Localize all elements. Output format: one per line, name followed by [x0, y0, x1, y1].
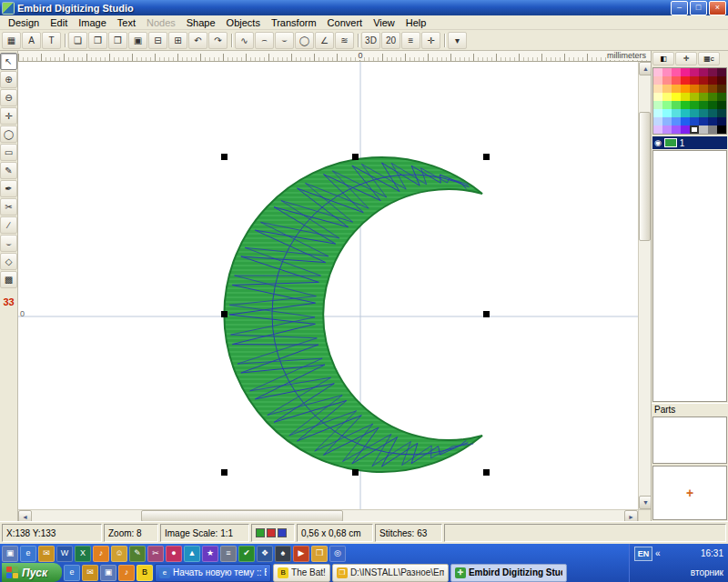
- palette-color[interactable]: [681, 101, 690, 109]
- palette-color[interactable]: [708, 68, 717, 76]
- undo-button[interactable]: ↶: [188, 32, 207, 49]
- player-small-icon[interactable]: ♪: [118, 565, 135, 581]
- palette-color[interactable]: [653, 85, 662, 93]
- color-pick-button[interactable]: ✛: [675, 52, 697, 65]
- menu-item-image[interactable]: Image: [73, 16, 112, 29]
- copy-button[interactable]: ⊞: [168, 32, 187, 49]
- palette-color[interactable]: [699, 101, 708, 109]
- bat-small-icon[interactable]: B: [136, 565, 153, 581]
- taskbar-task-button[interactable]: BThe Bat!: [273, 564, 330, 582]
- vertical-scroll-thumb[interactable]: [639, 112, 651, 241]
- palette-color[interactable]: [662, 101, 672, 109]
- palette-color[interactable]: [717, 76, 726, 85]
- palette-color[interactable]: [653, 93, 662, 101]
- more-tools-dropdown-button[interactable]: ▾: [448, 32, 467, 49]
- design-canvas[interactable]: 0: [18, 62, 638, 509]
- angle-tool-button[interactable]: ∠: [315, 32, 334, 49]
- palette-color[interactable]: [708, 85, 717, 93]
- line-tool[interactable]: ∕: [0, 216, 17, 234]
- palette-color[interactable]: [717, 117, 726, 125]
- save-design-button[interactable]: ▣: [128, 32, 147, 49]
- palette-color[interactable]: [690, 76, 699, 85]
- node-edit-tool[interactable]: ◇: [0, 253, 17, 270]
- palette-color[interactable]: [699, 117, 708, 125]
- selection-handle[interactable]: [483, 469, 490, 476]
- palette-color[interactable]: [672, 68, 681, 76]
- thread-row-selected[interactable]: ◉ 1: [652, 136, 727, 149]
- menu-item-help[interactable]: Help: [400, 16, 432, 29]
- palette-color[interactable]: [662, 117, 672, 125]
- notes-app-icon[interactable]: ≡: [220, 546, 237, 562]
- star-app-icon[interactable]: ★: [202, 546, 218, 562]
- selection-handle[interactable]: [483, 311, 490, 317]
- taskbar-task-button[interactable]: eНачать новую тему :: В...: [155, 564, 271, 582]
- palette-color[interactable]: [681, 117, 690, 125]
- pen-tool[interactable]: ✒: [0, 180, 17, 197]
- palette-color[interactable]: [690, 109, 699, 117]
- folder-app-icon[interactable]: ❒: [311, 546, 328, 562]
- wave-tool-button[interactable]: ∿: [235, 32, 254, 49]
- freehand-tool[interactable]: ✎: [0, 162, 17, 179]
- selection-handle[interactable]: [352, 469, 359, 476]
- view-3d-button[interactable]: 3D: [361, 32, 380, 49]
- palette-color[interactable]: [662, 109, 672, 117]
- new-design-button[interactable]: ❏: [68, 32, 87, 49]
- palette-options-button[interactable]: ▦c: [698, 52, 720, 65]
- palette-color[interactable]: [662, 85, 672, 93]
- selection-handle[interactable]: [352, 154, 359, 160]
- thread-list[interactable]: [652, 150, 727, 402]
- palette-color[interactable]: [690, 117, 699, 125]
- palette-color[interactable]: [717, 125, 726, 134]
- selection-handle[interactable]: [483, 154, 490, 160]
- palette-color[interactable]: [672, 76, 681, 85]
- play-app-icon[interactable]: ▶: [293, 546, 309, 562]
- open-design-button[interactable]: ❐: [88, 32, 107, 49]
- paint-icon[interactable]: ✎: [129, 546, 146, 562]
- palette-color[interactable]: [653, 76, 662, 85]
- menu-item-convert[interactable]: Convert: [322, 16, 369, 29]
- palette-color[interactable]: [662, 93, 672, 101]
- palette-color[interactable]: [672, 93, 681, 101]
- palette-color[interactable]: [717, 93, 726, 101]
- menu-item-edit[interactable]: Edit: [45, 16, 73, 29]
- menu-item-text[interactable]: Text: [112, 16, 141, 29]
- menu-item-objects[interactable]: Objects: [221, 16, 266, 29]
- text-artistic-button[interactable]: A: [22, 32, 41, 49]
- curve-tool[interactable]: ⌣: [0, 235, 17, 252]
- palette-color[interactable]: [690, 68, 699, 76]
- palette-color[interactable]: [690, 85, 699, 93]
- zoom-out-tool[interactable]: ⊖: [0, 89, 17, 106]
- show-desktop-icon[interactable]: ▣: [2, 546, 18, 562]
- palette-color[interactable]: [662, 68, 672, 76]
- internet-explorer-icon[interactable]: e: [20, 546, 36, 562]
- word-icon[interactable]: W: [56, 546, 73, 562]
- palette-color[interactable]: [653, 101, 662, 109]
- palette-color[interactable]: [662, 76, 672, 85]
- palette-color[interactable]: [672, 109, 681, 117]
- print-design-button[interactable]: ⊟: [148, 32, 167, 49]
- palette-color[interactable]: [717, 68, 726, 76]
- palette-color[interactable]: [662, 125, 672, 134]
- palette-color[interactable]: [672, 85, 681, 93]
- palette-color[interactable]: [708, 101, 717, 109]
- language-indicator[interactable]: EN: [634, 547, 652, 561]
- taskbar-task-button[interactable]: ❒D:\INSTALL\Разное\Embird: [332, 564, 449, 582]
- globe-app-icon[interactable]: ◎: [329, 546, 346, 562]
- palette-color[interactable]: [717, 101, 726, 109]
- arc-tool-button[interactable]: ⌢: [255, 32, 274, 49]
- redo-button[interactable]: ↷: [208, 32, 228, 49]
- palette-color[interactable]: [708, 125, 717, 134]
- curve-tool-button[interactable]: ⌣: [275, 32, 294, 49]
- selection-handle[interactable]: [221, 154, 228, 160]
- menu-item-shape[interactable]: Shape: [181, 16, 221, 29]
- close-button[interactable]: ×: [709, 1, 726, 15]
- stitch-density-button[interactable]: 20: [381, 32, 400, 49]
- palette-color[interactable]: [653, 68, 662, 76]
- check-app-icon[interactable]: ✔: [238, 546, 255, 562]
- crescent-design[interactable]: [18, 62, 638, 509]
- taskbar-task-button[interactable]: ✛Embird Digitizing Stud...: [450, 564, 567, 582]
- rect-tool[interactable]: ▭: [0, 144, 17, 161]
- media-player-icon[interactable]: ♪: [93, 546, 109, 562]
- ellipse-tool[interactable]: ◯: [0, 125, 17, 143]
- minimize-button[interactable]: –: [671, 1, 688, 15]
